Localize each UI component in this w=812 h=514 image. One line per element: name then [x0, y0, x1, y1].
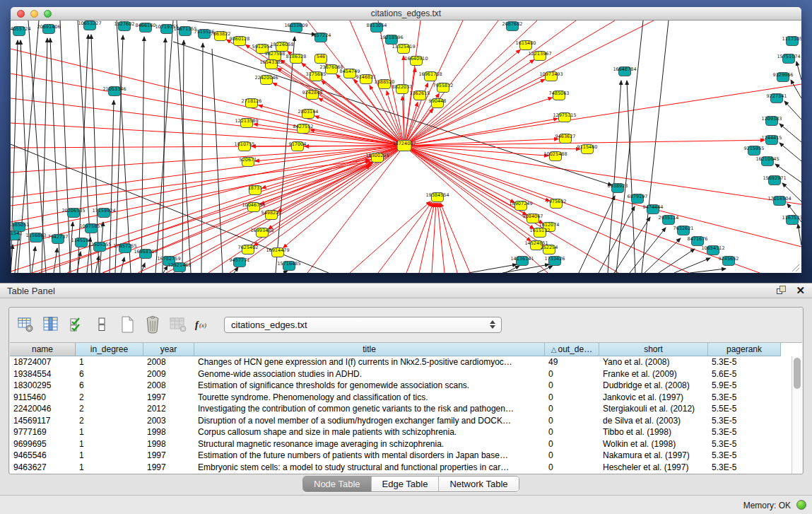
graph-node-label: 9245652 — [719, 256, 739, 262]
network-view-window: citations_edges.txt 18724007183002951938… — [11, 7, 801, 273]
table-cell: 0 — [545, 415, 599, 427]
graph-node-label: 20691406 — [37, 24, 60, 30]
table-cell: 1 — [76, 438, 143, 450]
close-panel-icon[interactable]: ✕ — [796, 285, 805, 296]
table-cell: 2008 — [143, 380, 194, 392]
table-cell: 0 — [545, 438, 599, 450]
table-mode-icon[interactable] — [91, 314, 112, 335]
function-builder-icon[interactable]: f (x) — [193, 314, 214, 335]
graph-node-label: 12975115 — [553, 112, 576, 118]
graph-node-label: 7515526 — [194, 29, 215, 35]
table-scrollbar[interactable] — [792, 356, 802, 474]
table-cell: 22420046 — [10, 403, 76, 415]
graph-node-label: 18226058 — [270, 42, 293, 47]
graph-node-label: 12213967 — [528, 51, 551, 57]
tab-network-table[interactable]: Network Table — [439, 477, 518, 491]
graph-node-label: 8822037 — [392, 84, 413, 90]
table-cell: 14569117 — [10, 415, 76, 427]
column-header-name[interactable]: name — [10, 343, 76, 356]
table-row[interactable]: 1872400712008Changes of HCN gene express… — [10, 356, 802, 368]
column-header-year[interactable]: year — [143, 343, 194, 356]
table-row[interactable]: 2242004622012Investigating the contribut… — [10, 403, 802, 415]
table-cell: Estimation of significance thresholds fo… — [194, 380, 545, 392]
graph-node-label: 18731 — [248, 185, 263, 191]
table-row[interactable]: 946362711997Embryonic stem cells: a mode… — [10, 462, 802, 474]
table-body: 1872400712008Changes of HCN gene express… — [10, 356, 802, 473]
table-cell: Tourette syndrome. Phenomenology and cla… — [194, 392, 545, 404]
table-row[interactable]: 946554611997Estimation of the future num… — [10, 450, 802, 462]
table-cell: 1997 — [143, 462, 194, 474]
graph-node-label: 2718126 — [242, 98, 262, 104]
table-cell: de Silva et al. (2003) — [599, 415, 708, 427]
table-selector-dropdown[interactable]: citations_edges.txt — [224, 317, 502, 333]
graph-node-label: 10653227 — [78, 21, 101, 26]
table-cell: 1997 — [143, 392, 194, 404]
table-cell: 0 — [545, 450, 599, 462]
table-row[interactable]: 911546021997Tourette syndrome. Phenomeno… — [10, 392, 802, 404]
table-cell: Structural magnetic resonance image aver… — [194, 438, 545, 450]
table-row[interactable]: 969969511998Structural magnetic resonanc… — [10, 438, 802, 450]
table-type-tabs: Node TableEdge TableNetwork Table — [302, 476, 519, 492]
table-panel-title: Table Panel — [7, 286, 55, 296]
table-toolbar: f (x) citations_edges.txt — [15, 312, 502, 337]
graph-node-label: 2935114 — [659, 215, 679, 221]
table-cell: Yano et al. (2008) — [599, 356, 708, 368]
graph-node-label: 13325419 — [392, 44, 415, 49]
column-header-indegree[interactable]: in_degree — [76, 343, 143, 356]
delete-column-icon[interactable] — [142, 314, 163, 335]
graph-node-label: 252254 — [541, 245, 558, 250]
float-panel-icon[interactable] — [777, 285, 787, 296]
graph-node-label: 16543382 — [259, 59, 283, 65]
graph-node-label: 7625402 — [238, 245, 259, 250]
table-cell: 5.5E-5 — [708, 403, 781, 415]
tab-edge-table[interactable]: Edge Table — [372, 477, 440, 491]
graph-node-label: 1615132 — [530, 228, 551, 233]
graph-node-label: 15716485 — [277, 261, 300, 267]
table-cell: 9463627 — [10, 462, 76, 474]
table-settings-icon[interactable] — [15, 314, 36, 335]
graph-node-label: 18300295 — [365, 153, 389, 158]
table-header-row: namein_degreeyeartitle△out_de…shortpager… — [10, 343, 802, 356]
table-row[interactable]: 1456911722003Disruption of a novel membe… — [10, 415, 802, 427]
graph-node-label: 6879197 — [628, 194, 648, 199]
graph-node-label: 18724007 — [392, 141, 416, 146]
table-cell: 0 — [545, 426, 599, 438]
network-canvas[interactable]: 1872400718300295193845547663822986012859… — [11, 21, 801, 273]
svg-text:(x): (x) — [199, 322, 206, 329]
column-header-pagerank[interactable]: pagerank — [708, 343, 781, 356]
graph-node-label: 5498222 — [261, 210, 282, 216]
create-column-icon[interactable] — [117, 314, 138, 335]
graph-node-label: 16958107 — [134, 249, 157, 255]
graph-node-label: 16914479 — [266, 247, 289, 253]
show-columns-icon[interactable] — [40, 314, 61, 335]
select-columns-icon[interactable] — [66, 314, 87, 335]
graph-node-label: 19218596 — [379, 35, 403, 40]
column-header-short[interactable]: short — [599, 343, 708, 356]
table-row[interactable]: 1938455462009Genome-wide association stu… — [10, 368, 802, 380]
graph-node-label: 7857224 — [311, 33, 331, 38]
table-cell: Disruption of a novel member of a sodium… — [194, 415, 545, 427]
table-cell: 5.6E-5 — [708, 368, 781, 380]
graph-node-label: 7632621 — [673, 226, 694, 231]
table-row[interactable]: 977716911998Corpus callosum shape and si… — [10, 426, 802, 438]
memory-status-indicator[interactable] — [796, 500, 806, 510]
table-cell: 6 — [76, 368, 143, 380]
graph-node-label: 21053346 — [102, 86, 126, 92]
table-cell: Estimation of the future numbers of pati… — [194, 450, 545, 462]
graph-node-label: 1527602 — [114, 21, 135, 27]
resize-grip-icon[interactable] — [792, 264, 799, 271]
tab-node-table[interactable]: Node Table — [303, 477, 372, 491]
graph-node-label: 8186328 — [286, 54, 307, 59]
window-titlebar[interactable]: citations_edges.txt — [11, 7, 801, 21]
graph-node-label: 9329966 — [773, 72, 794, 78]
scrollbar-thumb[interactable] — [794, 358, 801, 389]
graph-node-label: 7975692 — [546, 199, 567, 204]
column-header-outde[interactable]: △out_de… — [545, 343, 599, 356]
graph-node-label: 17857255 — [113, 243, 136, 249]
graph-node-label: 10975857 — [79, 223, 102, 229]
graph-node-label: 2803144 — [298, 109, 319, 115]
table-row[interactable]: 1830029562008Estimation of significance … — [10, 380, 802, 392]
graph-node-label: 15751074 — [777, 54, 800, 59]
graph-node-label: 22420046 — [254, 75, 278, 81]
column-header-title[interactable]: title — [194, 343, 545, 356]
